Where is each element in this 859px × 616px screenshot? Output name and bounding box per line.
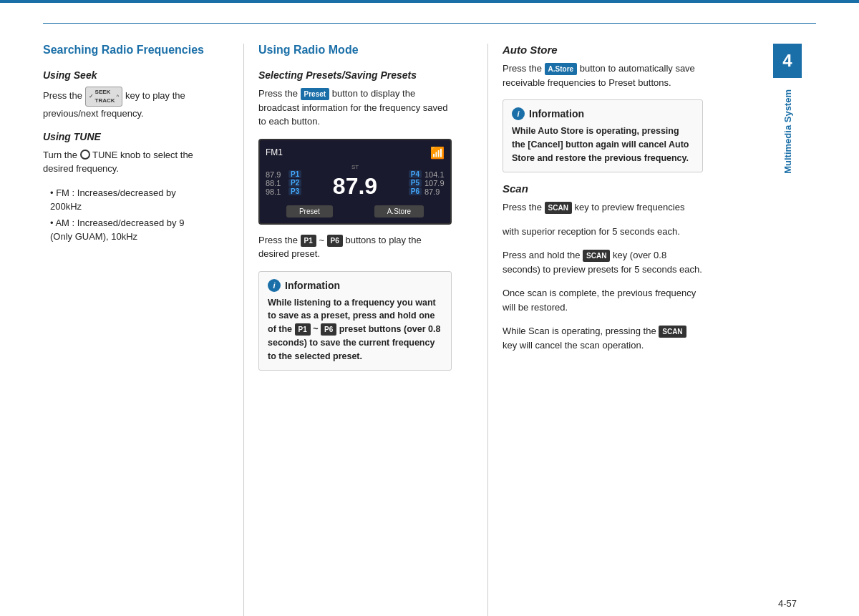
tune-bullet-list: FM : Increases/decreased by 200kHz AM : … bbox=[43, 186, 208, 244]
info-box-col2: i Information While listening to a frequ… bbox=[258, 271, 452, 371]
fm-row-p6: P6 87.9 bbox=[409, 187, 445, 196]
p6-inline-btn: P6 bbox=[327, 235, 343, 247]
info-p6-btn: P6 bbox=[321, 323, 336, 336]
page-container: Searching Radio Frequencies Using Seek P… bbox=[0, 3, 859, 616]
fm-row-p5: P5 107.9 bbox=[409, 179, 445, 187]
antenna-icon: 📶 bbox=[430, 146, 445, 160]
fm-row-p4: P4 104.1 bbox=[409, 170, 445, 179]
st-badge: ST bbox=[307, 164, 403, 170]
fm-label: FM1 bbox=[266, 147, 283, 157]
info-icon-col2: i bbox=[268, 279, 281, 292]
tune-title: Using TUNE bbox=[43, 131, 208, 142]
seek-title: Using Seek bbox=[43, 69, 208, 81]
scan-btn-3: SCAN bbox=[659, 326, 686, 338]
preset-p1: P1 bbox=[288, 170, 301, 178]
scan-btn-2: SCAN bbox=[583, 250, 610, 262]
content-area: Searching Radio Frequencies Using Seek P… bbox=[43, 44, 816, 616]
right-sidebar: 4 Multimedia System 4-57 bbox=[759, 44, 816, 616]
column-radio-mode: Using Radio Mode Selecting Presets/Savin… bbox=[258, 44, 473, 616]
scan-para2: with superior reception for 5 seconds ea… bbox=[503, 225, 703, 239]
freq-p5: 107.9 bbox=[424, 179, 445, 187]
scan-para4: Once scan is complete, the previous freq… bbox=[503, 286, 703, 314]
divider-2 bbox=[487, 44, 488, 616]
info-box-col3-header: i Information bbox=[512, 107, 694, 120]
freq-p6: 87.9 bbox=[424, 187, 445, 196]
fm-right-presets: P4 104.1 P5 107.9 P6 87.9 bbox=[409, 170, 445, 196]
tune-text1: Turn the TUNE knob to select the desired… bbox=[43, 148, 208, 176]
chapter-number: 4 bbox=[773, 44, 802, 78]
info-title-col2: Information bbox=[285, 280, 340, 291]
fm-row-p3: 98.1 P3 bbox=[266, 187, 301, 196]
presets-text: Press the Preset button to display the b… bbox=[258, 87, 452, 129]
preset-p6: P6 bbox=[409, 187, 422, 195]
auto-store-title: Auto Store bbox=[503, 44, 703, 56]
scan-para1: Press the SCAN key to preview frequencie… bbox=[503, 200, 703, 215]
chapter-label: Multimedia System bbox=[782, 89, 793, 174]
info-box-col2-header: i Information bbox=[268, 279, 442, 292]
presets-title: Selecting Presets/Saving Presets bbox=[258, 69, 452, 81]
info-icon-col3: i bbox=[512, 107, 525, 120]
preset-p2: P2 bbox=[288, 179, 301, 187]
fm-center-freq: 87.9 bbox=[307, 173, 403, 200]
scan-para3: Press and hold the SCAN key (over 0.8 se… bbox=[503, 248, 703, 276]
column-search: Searching Radio Frequencies Using Seek P… bbox=[43, 44, 229, 616]
scan-title: Scan bbox=[503, 182, 703, 195]
freq-p4: 104.1 bbox=[424, 170, 445, 179]
fm-screen: FM1 📶 87.9 P1 88.1 P2 bbox=[258, 139, 452, 225]
seek-text: Press the ✓ SEEKTRACK ^ key to play the … bbox=[43, 87, 208, 121]
info-box-col2-body: While listening to a frequency you want … bbox=[268, 296, 442, 363]
auto-store-text: Press the A.Store button to automaticall… bbox=[503, 62, 703, 89]
fm-body: 87.9 P1 88.1 P2 98.1 P3 bbox=[266, 164, 445, 202]
top-line bbox=[43, 23, 816, 24]
fm-left-presets: 87.9 P1 88.1 P2 98.1 P3 bbox=[266, 170, 301, 196]
column-auto-scan: Auto Store Press the A.Store button to a… bbox=[503, 44, 703, 616]
column1-title: Searching Radio Frequencies bbox=[43, 44, 208, 57]
tune-knob-icon bbox=[80, 150, 90, 160]
column2-title: Using Radio Mode bbox=[258, 44, 452, 57]
info-box-col3-body: While Auto Store is operating, pressing … bbox=[512, 124, 694, 165]
info-box-col3: i Information While Auto Store is operat… bbox=[503, 99, 703, 172]
astore-inline-btn: A.Store bbox=[545, 63, 578, 75]
bullet-am: AM : Increased/decreased by 9 (Only GUAM… bbox=[50, 216, 208, 244]
fm-preset-btn: Preset bbox=[286, 205, 333, 217]
scan-btn-1: SCAN bbox=[545, 202, 572, 214]
bullet-fm: FM : Increases/decreased by 200kHz bbox=[50, 186, 208, 214]
preset-btn: Preset bbox=[301, 88, 330, 100]
fm-header: FM1 📶 bbox=[266, 146, 445, 160]
main-columns: Searching Radio Frequencies Using Seek P… bbox=[43, 44, 759, 616]
seek-track-icon: ✓ SEEKTRACK ^ bbox=[85, 87, 123, 107]
press-presets-text: Press the P1 ~ P6 buttons to play the de… bbox=[258, 233, 452, 261]
fm-center: ST 87.9 bbox=[307, 164, 403, 202]
fm-footer: Preset A.Store bbox=[266, 205, 445, 217]
freq-p1: 87.9 bbox=[266, 170, 286, 179]
p1-inline-btn: P1 bbox=[301, 235, 316, 247]
preset-p5: P5 bbox=[409, 179, 422, 187]
preset-p4: P4 bbox=[409, 170, 422, 178]
page-number: 4-57 bbox=[778, 598, 797, 609]
scan-para5: While Scan is operating, pressing the SC… bbox=[503, 324, 703, 352]
freq-p3: 98.1 bbox=[266, 187, 286, 196]
fm-astore-btn: A.Store bbox=[374, 205, 424, 217]
fm-row-p1: 87.9 P1 bbox=[266, 170, 301, 179]
info-title-col3: Information bbox=[529, 108, 584, 119]
info-p1-btn: P1 bbox=[295, 323, 311, 336]
freq-p2: 88.1 bbox=[266, 179, 286, 187]
preset-p3: P3 bbox=[288, 187, 301, 195]
fm-row-p2: 88.1 P2 bbox=[266, 179, 301, 187]
divider-1 bbox=[243, 44, 244, 616]
